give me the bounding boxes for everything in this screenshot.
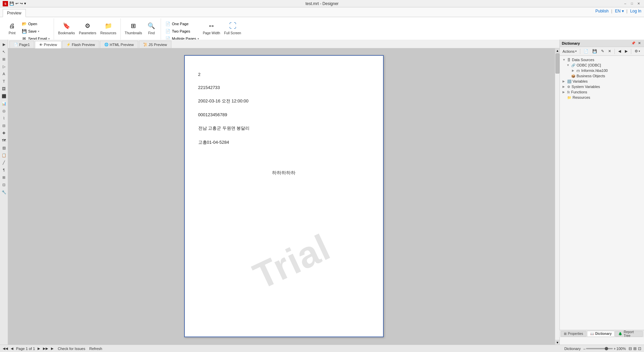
publish-button[interactable]: Publish xyxy=(595,9,608,13)
quick-menu-icon[interactable]: ▾ xyxy=(24,1,26,6)
sidebar-gauge-btn[interactable]: ◎ xyxy=(1,107,7,114)
tree-item-variables[interactable]: ▶ 🔢 Variables xyxy=(560,79,644,84)
doc-field-1: 2 xyxy=(198,72,370,77)
play-button[interactable]: ▶ xyxy=(50,346,55,351)
top-right-bar: Publish | EN ▾ | Log In xyxy=(595,7,641,15)
tab-js-preview[interactable]: 📜 JS Preview xyxy=(139,41,171,48)
sidebar-panel-btn[interactable]: ⊡ xyxy=(1,181,7,188)
sidebar-table-btn[interactable]: ⊟ xyxy=(1,122,7,129)
sidebar-richtext-btn[interactable]: ¶ xyxy=(1,167,7,173)
tab-flash-preview[interactable]: ⚡ Flash Preview xyxy=(62,41,99,48)
print-button[interactable]: 🖨 Print xyxy=(5,20,19,36)
view-split-button[interactable]: ⊡ xyxy=(638,346,641,351)
dictionary-tab-icon: 📖 xyxy=(590,332,594,336)
sidebar-image-btn[interactable]: 🖼 xyxy=(1,85,7,92)
resources-button[interactable]: 📁 Resources xyxy=(99,20,118,36)
status-bar: ◀◀ ◀ Page 1 of 1 ▶ ▶▶ ▶ Check for Issues… xyxy=(0,345,644,352)
nav-last-button[interactable]: ▶▶ xyxy=(43,346,48,351)
new-item-button[interactable]: 📄 xyxy=(582,48,590,55)
nav-prev-button[interactable]: ◀ xyxy=(9,346,15,351)
restore-button[interactable]: □ xyxy=(629,1,635,6)
actions-button[interactable]: Actions ▾ xyxy=(561,48,578,55)
panel-pin-button[interactable]: 📌 xyxy=(631,41,636,46)
tab-preview[interactable]: 👁 Preview xyxy=(35,41,61,48)
nav-next-button[interactable]: ▶ xyxy=(36,346,42,351)
sidebar-subreport-btn[interactable]: 📋 xyxy=(1,152,7,159)
properties-tab[interactable]: ⊞ Properties xyxy=(561,331,586,337)
tree-item-informix[interactable]: ▶ 🗃 Informix.hba100 xyxy=(560,68,644,73)
sidebar-barcode-btn[interactable]: ▨ xyxy=(1,144,7,151)
nav-forward-button[interactable]: ▶ xyxy=(624,48,629,55)
zoom-decrease-button[interactable]: – xyxy=(583,347,585,351)
sidebar-chart-btn[interactable]: 📊 xyxy=(1,100,7,107)
open-button[interactable]: 📂 Open xyxy=(20,20,51,27)
status-right: Dictionary – + 100% ⊟ ⊞ ⊡ xyxy=(564,346,641,351)
settings-button[interactable]: ⚙ ▾ xyxy=(633,48,641,55)
sidebar-arrow-btn[interactable]: ▶ xyxy=(1,41,7,48)
full-screen-button[interactable]: ⛶ Full Screen xyxy=(223,20,243,36)
sidebar-shape-btn[interactable]: ⬛ xyxy=(1,93,7,99)
status-left: ◀◀ ◀ Page 1 of 1 ▶ ▶▶ ▶ Check for Issues… xyxy=(3,346,104,352)
toolbar-separator-3 xyxy=(631,49,631,54)
two-pages-button[interactable]: 📄 Two Pages xyxy=(164,28,200,35)
sidebar-text-btn[interactable]: T xyxy=(1,78,7,85)
sidebar-tools-btn[interactable]: 🔧 xyxy=(1,189,7,195)
sidebar-pointer-btn[interactable]: ↖ xyxy=(1,48,7,55)
tree-item-data-sources[interactable]: ▼ 🗄 Data Sources xyxy=(560,57,644,62)
dictionary-tab[interactable]: 📖 Dictionary xyxy=(587,331,615,337)
tab-page1[interactable]: 📄 Page1 xyxy=(9,41,34,48)
sidebar-label-btn[interactable]: A xyxy=(1,71,7,77)
save-button[interactable]: 💾 Save ▾ xyxy=(20,28,51,35)
save-item-button[interactable]: 💾 xyxy=(591,48,598,55)
check-issues-button[interactable]: Check for Issues xyxy=(56,346,87,352)
print-label: Print xyxy=(9,31,16,35)
scroll-up-button[interactable]: ▲ xyxy=(555,48,560,53)
minimize-button[interactable]: – xyxy=(623,1,628,6)
edit-item-button[interactable]: ✎ xyxy=(600,48,605,55)
scroll-down-button[interactable]: ▼ xyxy=(555,340,560,345)
sidebar-map-btn[interactable]: 🗺 xyxy=(1,137,7,144)
sidebar-expand-btn[interactable]: ▷ xyxy=(1,63,7,70)
sidebar-select-btn[interactable]: ⊞ xyxy=(1,56,7,62)
tree-item-business-objects[interactable]: ▶ 📦 Business Objects xyxy=(560,73,644,79)
delete-item-button[interactable]: ✕ xyxy=(607,48,612,55)
nav-back-button[interactable]: ◀ xyxy=(617,48,622,55)
tree-item-odbc[interactable]: ▼ 🔗 ODBC [ODBC] xyxy=(560,62,644,68)
bookmarks-button[interactable]: 🔖 Bookmarks xyxy=(57,20,76,36)
tab-preview[interactable]: Preview xyxy=(3,9,26,17)
tab-html-preview[interactable]: 🌐 HTML Preview xyxy=(100,41,138,48)
expand-variables-icon: ▶ xyxy=(562,80,566,83)
doc-field-2: 221542733 xyxy=(198,85,370,90)
document-page: 2 221542733 2002-03-16 오전 12:00:00 00012… xyxy=(184,55,384,337)
zoom-slider[interactable] xyxy=(586,348,613,349)
nav-first-button[interactable]: ◀◀ xyxy=(3,346,8,351)
panel-close-button[interactable]: ✕ xyxy=(637,41,642,46)
view-single-button[interactable]: ⊟ xyxy=(629,346,632,351)
tree-item-functions[interactable]: ▶ fx Functions xyxy=(560,89,644,95)
refresh-button[interactable]: Refresh xyxy=(88,346,104,352)
thumbnails-button[interactable]: ⊞ Thumbnails xyxy=(123,20,144,36)
language-selector[interactable]: EN ▾ xyxy=(615,9,624,13)
quick-redo-icon[interactable]: ↪ xyxy=(20,1,23,6)
view-grid-button[interactable]: ⊞ xyxy=(633,346,637,351)
one-page-button[interactable]: 📄 One Page xyxy=(164,20,200,27)
zoom-increase-button[interactable]: + xyxy=(613,347,615,351)
page-width-button[interactable]: ↔ Page Width xyxy=(202,20,222,36)
close-button[interactable]: ✕ xyxy=(636,1,641,6)
parameters-button[interactable]: ⚙ Parameters xyxy=(77,20,98,36)
sidebar-sparkline-btn[interactable]: ⌇ xyxy=(1,115,7,122)
sidebar-cross-btn[interactable]: ✚ xyxy=(1,130,7,136)
sidebar-excel-btn[interactable]: ⊞ xyxy=(1,174,7,181)
quick-save-icon[interactable]: 💾 xyxy=(9,1,14,6)
panels-group-content: 🔖 Bookmarks ⚙ Parameters 📁 Resources xyxy=(57,18,118,42)
find-icon: 🔍 xyxy=(146,20,157,31)
quick-undo-icon[interactable]: ↩ xyxy=(15,1,18,6)
scroll-track[interactable] xyxy=(555,53,559,340)
tree-item-system-variables[interactable]: ▶ ⚙ System Variables xyxy=(560,84,644,89)
scroll-thumb[interactable] xyxy=(555,53,559,74)
find-button[interactable]: 🔍 Find xyxy=(145,20,158,36)
tree-item-resources[interactable]: ▶ 📁 Resources xyxy=(560,95,644,100)
sidebar-line-btn[interactable]: ╱ xyxy=(1,159,7,166)
login-button[interactable]: Log In xyxy=(630,9,641,13)
report-tree-tab[interactable]: 🌲 Report Tree xyxy=(615,331,643,337)
